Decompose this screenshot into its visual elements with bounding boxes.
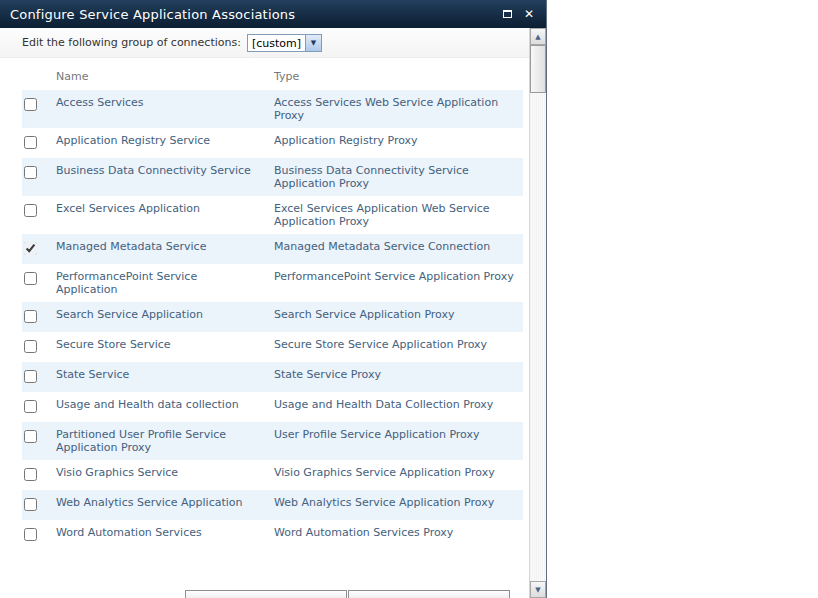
chevron-down-icon: ▼ [311,39,316,47]
connections-group-bar: Edit the following group of connections:… [0,28,529,58]
service-type-cell: Usage and Health Data Collection Proxy [274,398,523,411]
row-checkbox[interactable] [24,204,37,217]
service-name-cell: Visio Graphics Service [56,466,274,479]
dialog-footer-buttons [185,590,510,598]
service-type-cell: User Profile Service Application Proxy [274,428,523,441]
row-checkbox[interactable] [24,400,37,413]
service-type-cell: Search Service Application Proxy [274,308,523,321]
row-checkbox[interactable] [24,370,37,383]
connections-group-dropdown[interactable]: [custom] ▼ [247,34,322,52]
maximize-button[interactable] [498,6,516,22]
service-type-cell: PerformancePoint Service Application Pro… [274,270,523,283]
table-row: Search Service Application Search Servic… [22,302,523,332]
service-name-cell: Word Automation Services [56,526,274,539]
table-row: Business Data Connectivity Service Busin… [22,158,523,196]
row-checkbox[interactable] [24,166,37,179]
configure-associations-dialog: Configure Service Application Associatio… [0,0,547,598]
service-name-cell: Usage and Health data collection [56,398,274,411]
service-type-cell: Access Services Web Service Application … [274,96,523,122]
header-checkbox-spacer [22,75,56,77]
service-name-cell: Search Service Application [56,308,274,321]
service-name-cell: PerformancePoint Service Application [56,270,274,296]
row-checkbox[interactable] [24,310,37,323]
table-row: Excel Services Application Excel Service… [22,196,523,234]
service-name-cell: Access Services [56,96,274,109]
row-checkbox[interactable] [24,430,37,443]
connections-group-label: Edit the following group of connections: [22,36,241,49]
service-name-cell: Secure Store Service [56,338,274,351]
vertical-scrollbar[interactable]: ▲ ▼ [529,28,546,598]
scrollbar-track[interactable] [530,45,546,581]
scroll-up-button[interactable]: ▲ [530,28,546,45]
service-type-cell: Web Analytics Service Application Proxy [274,496,523,509]
footer-button-right[interactable] [348,590,510,598]
table-row: Secure Store Service Secure Store Servic… [22,332,523,362]
scroll-down-icon: ▼ [535,586,540,594]
service-type-cell: Managed Metadata Service Connection [274,240,523,253]
table-row: Web Analytics Service Application Web An… [22,490,523,520]
dialog-titlebar: Configure Service Application Associatio… [0,0,546,28]
table-row: Visio Graphics Service Visio Graphics Se… [22,460,523,490]
row-checkbox[interactable] [24,340,37,353]
scroll-up-icon: ▲ [535,33,540,41]
service-type-cell: Secure Store Service Application Proxy [274,338,523,351]
dialog-title: Configure Service Application Associatio… [10,7,494,22]
dropdown-selected-value: [custom] [248,35,305,51]
service-name-cell: Business Data Connectivity Service [56,164,274,177]
row-checkbox[interactable] [24,468,37,481]
service-name-cell: Partitioned User Profile Service Applica… [56,428,274,454]
service-type-cell: Visio Graphics Service Application Proxy [274,466,523,479]
table-row: State Service State Service Proxy [22,362,523,392]
row-checkbox[interactable] [24,498,37,511]
table-row: Word Automation Services Word Automation… [22,520,523,550]
close-button[interactable]: ✕ [520,6,538,22]
table-row: Access Services Access Services Web Serv… [22,90,523,128]
row-checkbox[interactable] [24,136,37,149]
service-type-cell: Excel Services Application Web Service A… [274,202,523,228]
column-header-type: Type [274,70,523,83]
service-name-cell: Web Analytics Service Application [56,496,274,509]
row-checkbox[interactable] [24,242,37,255]
table-body: Access Services Access Services Web Serv… [22,90,523,550]
maximize-icon [503,10,512,18]
service-type-cell: Business Data Connectivity Service Appli… [274,164,523,190]
service-type-cell: Word Automation Services Proxy [274,526,523,539]
table-row: Application Registry Service Application… [22,128,523,158]
table-row: PerformancePoint Service Application Per… [22,264,523,302]
table-row: Partitioned User Profile Service Applica… [22,422,523,460]
service-name-cell: State Service [56,368,274,381]
dropdown-button[interactable]: ▼ [305,35,321,51]
row-checkbox[interactable] [24,98,37,111]
associations-table: Name Type Access Services Access Service… [0,58,529,598]
table-header-row: Name Type [22,62,523,90]
service-name-cell: Managed Metadata Service [56,240,274,253]
service-name-cell: Application Registry Service [56,134,274,147]
row-checkbox[interactable] [24,528,37,541]
scrollbar-thumb[interactable] [530,45,546,93]
row-checkbox[interactable] [24,272,37,285]
close-icon: ✕ [524,8,534,20]
table-row: Managed Metadata Service Managed Metadat… [22,234,523,264]
service-type-cell: Application Registry Proxy [274,134,523,147]
footer-button-left[interactable] [185,590,347,598]
service-type-cell: State Service Proxy [274,368,523,381]
column-header-name: Name [56,70,274,83]
service-name-cell: Excel Services Application [56,202,274,215]
table-row: Usage and Health data collection Usage a… [22,392,523,422]
scroll-down-button[interactable]: ▼ [530,581,546,598]
dialog-content: Edit the following group of connections:… [0,28,529,598]
